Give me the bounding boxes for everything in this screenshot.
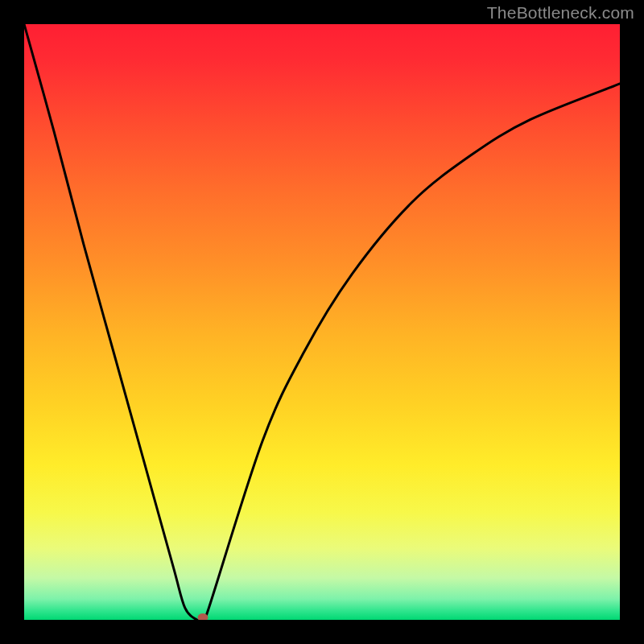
chart-plot-area [24, 24, 620, 620]
chart-frame: TheBottleneck.com [0, 0, 644, 644]
watermark-text: TheBottleneck.com [487, 3, 634, 23]
bottleneck-curve-chart [24, 24, 620, 620]
